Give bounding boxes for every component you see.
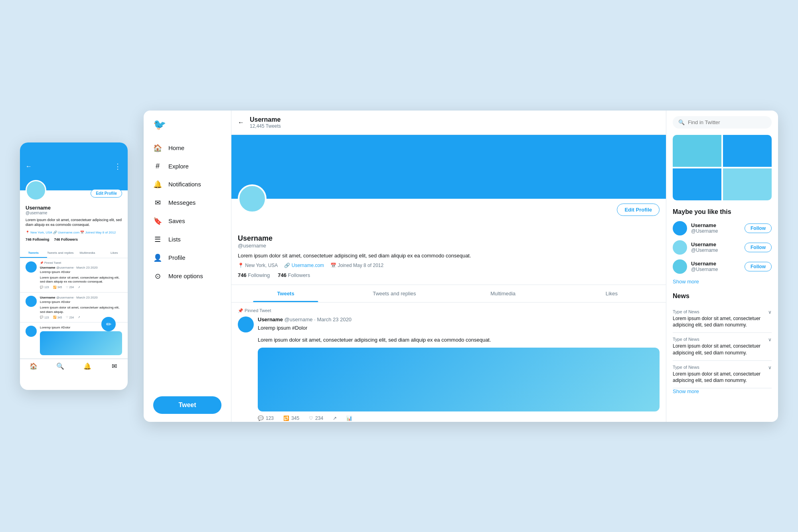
mobile-tweet-3-image: ✏ [40,331,122,355]
tweet-1-analytics-action[interactable]: 📊 [346,415,352,421]
mobile-stats: 746 Following 746 Followers [26,237,122,241]
profile-following-stat: 746 Following [238,272,270,278]
tweet-1-comment-action[interactable]: 💬 123 [258,415,274,421]
mobile-tweet-2-like[interactable]: ♡ 234 [66,316,74,319]
sidebar-label-notifications: Notifications [168,181,201,188]
photo-mosaic [673,135,772,200]
sidebar-item-more[interactable]: ⊙ More options [144,267,231,285]
suggest-name-2: Username [691,241,741,247]
tweet-button[interactable]: Tweet [153,396,221,414]
sidebar-item-notifications[interactable]: 🔔 Notifications [144,175,231,194]
mobile-pinned-label: 📌 Pinned Tweet [40,261,122,265]
tweet-1-like-action[interactable]: ♡ 234 [309,415,323,421]
mobile-more-dots[interactable]: ⋮ [114,162,122,171]
comment-icon: 💬 [258,415,264,421]
search-input[interactable] [688,119,766,125]
more-icon: ⊙ [153,272,162,281]
lists-icon: ☰ [153,235,162,244]
profile-tabs: Tweets Tweets and replies Multimedia Lik… [231,285,666,303]
retweet-icon: 🔁 [283,415,289,421]
sidebar-item-lists[interactable]: ☰ Lists [144,230,231,249]
sidebar: 🐦 🏠 Home # Explore 🔔 Notifications ✉ Mes… [144,111,231,422]
mobile-tweet-1-retweet[interactable]: 🔁 345 [53,286,62,289]
follow-button-3[interactable]: Follow [745,262,772,271]
sidebar-item-saves[interactable]: 🔖 Saves [144,212,231,230]
profile-avatar [238,184,267,213]
mobile-tab-media[interactable]: Multimedia [74,249,101,258]
follow-button-2[interactable]: Follow [745,243,772,252]
sidebar-label-messages: Messeges [168,199,196,206]
show-more-news[interactable]: Show more [673,388,772,394]
news-chevron-2[interactable]: ∨ [768,337,772,342]
mobile-meta: 📍 New York, USA 🔗 Username.com 📅 Joined … [26,231,122,234]
suggest-handle-2: @Username [691,247,741,253]
profile-handle: @username [238,243,660,249]
mobile-back-arrow[interactable]: ← [26,163,32,170]
notifications-icon: 🔔 [153,180,162,189]
mobile-tweet-1-text: Lorem ipsum dolor sit amet, consectetuer… [40,276,122,284]
sidebar-item-explore[interactable]: # Explore [144,157,231,175]
mobile-tweet-2-hashtag: Loremp ipsum #Dolor [40,300,122,304]
profile-followers-stat: 746 Followers [278,272,310,278]
tab-tweets[interactable]: Tweets [231,285,340,302]
messages-icon: ✉ [153,198,162,207]
suggest-avatar-2 [673,240,687,255]
mobile-nav-notifications[interactable]: 🔔 [74,362,101,370]
show-more-suggestions[interactable]: Show more [673,279,772,285]
mobile-bottombar: 🏠 🔍 🔔 ✉ [20,359,128,373]
mobile-nav-search[interactable]: 🔍 [47,362,74,370]
suggest-item-1: Username @Username Follow [673,221,772,235]
mobile-tweet-2-text: Lorem ipsum dolor sit amet, consectetuer… [40,306,122,314]
search-bar: 🔍 [673,116,772,129]
news-chevron-1[interactable]: ∨ [768,309,772,315]
sidebar-item-home[interactable]: 🏠 Home [144,139,231,157]
tweet-1-retweet-action[interactable]: 🔁 345 [283,415,299,421]
mobile-tab-likes[interactable]: Likes [101,249,128,258]
mobile-tweet-2-share[interactable]: ↗ [78,316,80,319]
suggest-handle-1: @Username [691,228,741,234]
follow-button-1[interactable]: Follow [745,223,772,233]
sidebar-label-saves: Saves [168,218,185,224]
sidebar-label-profile: Profile [168,254,186,261]
cover-photo [231,135,666,199]
tweet-1-text: Lorem ipsum dolor sit amet, consectetuer… [258,336,660,344]
tab-multimedia[interactable]: Multimedia [449,285,557,302]
tweet-1-share-action[interactable]: ↗ [333,415,337,421]
sidebar-item-profile[interactable]: 👤 Profile [144,249,231,267]
mobile-tweet-1: 📌 Pinned Tweet Username @username · Marc… [20,258,128,293]
profile-website[interactable]: 🔗 Username.com [284,263,324,268]
news-type-2: Type of News [673,337,765,342]
suggest-handle-3: @Username [691,267,741,272]
mobile-edit-profile-button[interactable]: Edit Profile [91,189,122,198]
twitter-logo: 🐦 [144,119,231,139]
mobile-handle: @username [26,211,122,215]
tab-tweets-replies[interactable]: Tweets and replies [340,285,448,302]
profile-meta: 📍 New York, USA 🔗 Username.com 📅 Joined … [238,263,660,268]
mobile-tweet-1-content: 📌 Pinned Tweet Username @username · Marc… [40,261,122,289]
mobile-nav-messages[interactable]: ✉ [101,362,128,370]
edit-profile-button[interactable]: Edit Profile [617,204,660,216]
profile-icon: 👤 [153,253,162,262]
mobile-tab-replies[interactable]: Tweets and replies [47,249,74,258]
like-icon: ♡ [309,415,313,421]
mobile-tweet-1-like[interactable]: ♡ 234 [66,286,74,289]
tab-likes[interactable]: Likes [557,285,666,302]
mobile-tweet-2-comment[interactable]: 💬 123 [40,316,49,319]
mobile-tweet-2-retweet[interactable]: 🔁 345 [53,316,62,319]
mobile-bio: Lorem ipsum dolor sit amet, consectetuer… [26,218,122,227]
sidebar-item-messages[interactable]: ✉ Messeges [144,194,231,212]
mobile-tab-tweets[interactable]: Tweets [20,249,47,258]
news-item-2-content: Type of News Lorem ipsum dolor sit amet,… [673,337,765,356]
mobile-tweet-3-avatar [26,326,37,337]
mosaic-cell-4 [723,168,772,200]
main-back-arrow[interactable]: ← [238,119,244,126]
mobile-following-stat: 746 Following [26,237,49,241]
tweet-1-image [258,348,660,411]
mobile-tweet-1-comment[interactable]: 💬 123 [40,286,49,289]
profile-location: 📍 New York, USA [238,263,278,268]
mosaic-cell-1 [673,135,721,167]
news-chevron-3[interactable]: ∨ [768,365,772,370]
mobile-tweet-1-share[interactable]: ↗ [78,286,80,289]
maybe-you-like-title: Maybe you like this [673,208,772,216]
mobile-nav-home[interactable]: 🏠 [20,362,47,370]
